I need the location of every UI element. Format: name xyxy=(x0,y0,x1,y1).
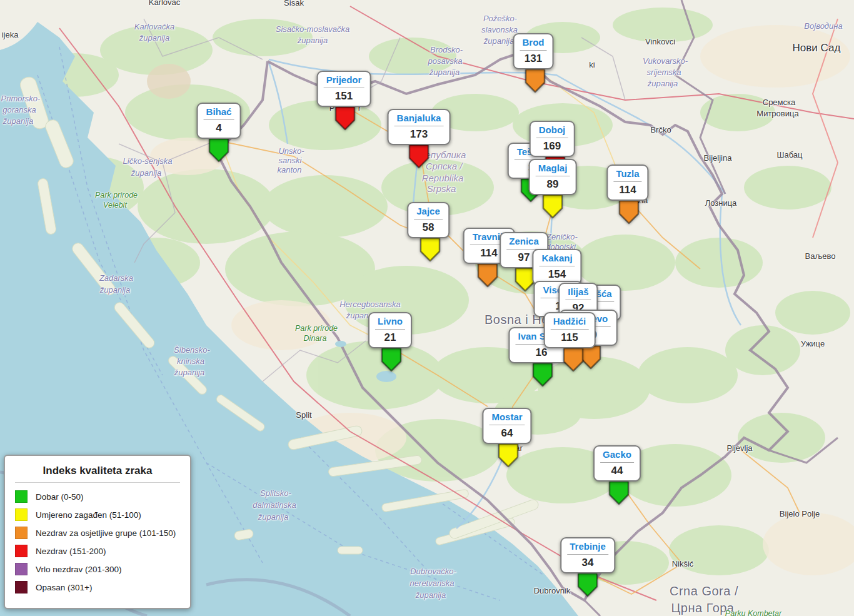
map-pin-icon xyxy=(524,68,546,94)
station-popup-livno[interactable]: Livno21 xyxy=(368,312,412,348)
station-name: Banjaluka xyxy=(394,113,444,126)
station-value: 89 xyxy=(536,178,570,191)
legend-color-swatch xyxy=(15,527,28,539)
station-value: 173 xyxy=(394,128,444,141)
legend-item-vrlo-nezdrav-201-300: Vrlo nezdrav (201-300) xyxy=(15,563,180,575)
station-popup-doboj[interactable]: Doboj169 xyxy=(530,121,575,157)
aqi-legend: Indeks kvaliteta zraka Dobar (0-50)Umjer… xyxy=(4,455,191,609)
station-name: Zenica xyxy=(506,236,541,250)
station-name: Brod xyxy=(520,37,547,51)
legend-label: Nezdrav (151-200) xyxy=(36,547,106,556)
legend-item-umjereno-zaga-en-51-100: Umjereno zagađen (51-100) xyxy=(15,508,180,521)
station-name: Maglaj xyxy=(536,163,570,176)
station-name: Ilijaš xyxy=(565,286,591,300)
station-value: 16 xyxy=(515,346,567,359)
station-popup-gacko[interactable]: Gacko44 xyxy=(593,445,641,482)
legend-color-swatch xyxy=(15,508,28,521)
station-marker-tuzla[interactable] xyxy=(618,199,640,225)
legend-color-swatch xyxy=(15,490,28,503)
legend-item-dobar-0-50: Dobar (0-50) xyxy=(15,490,180,503)
station-marker-travnik[interactable] xyxy=(476,262,499,288)
station-value: 154 xyxy=(539,268,575,281)
station-popup-banjaluka[interactable]: Banjaluka173 xyxy=(388,109,451,145)
legend-color-swatch xyxy=(15,545,28,557)
station-name: Jajce xyxy=(414,206,443,220)
station-popup-maglaj[interactable]: Maglaj89 xyxy=(529,159,577,195)
legend-label: Vrlo nezdrav (201-300) xyxy=(36,565,122,574)
station-marker-prijedor[interactable] xyxy=(334,105,356,131)
map-pin-icon xyxy=(618,199,640,225)
legend-color-swatch xyxy=(15,581,28,593)
map-pin-icon xyxy=(419,236,441,263)
legend-label: Dobar (0-50) xyxy=(36,492,84,502)
station-popup-tuzla[interactable]: Tuzla114 xyxy=(606,164,648,201)
station-value: 34 xyxy=(567,557,608,569)
station-popup-had-i-i[interactable]: Hadžići115 xyxy=(544,312,596,348)
legend-title: Indeks kvaliteta zraka xyxy=(14,465,181,477)
station-popup-brod[interactable]: Brod131 xyxy=(513,33,554,69)
legend-item-opasan-301: Opasan (301+) xyxy=(15,581,180,593)
map-pin-icon xyxy=(408,143,430,169)
map-pin-icon xyxy=(541,193,564,220)
legend-item-nezdrav-za-osjetljive-grupe-101-150: Nezdrav za osjetljive grupe (101-150) xyxy=(15,527,180,539)
map-pin-icon xyxy=(608,480,630,506)
station-popup-biha[interactable]: Bihać4 xyxy=(197,103,241,139)
station-value: 58 xyxy=(414,221,443,234)
map-pin-icon xyxy=(576,572,599,598)
map-pin-icon xyxy=(208,137,230,163)
map-pin-icon xyxy=(531,361,554,388)
station-value: 44 xyxy=(600,465,634,477)
station-value: 169 xyxy=(536,140,568,153)
station-marker-banjaluka[interactable] xyxy=(408,143,430,169)
station-marker-ivan-sedlo[interactable] xyxy=(531,361,554,388)
station-name: Kakanj xyxy=(539,253,575,266)
legend-items: Dobar (0-50)Umjereno zagađen (51-100)Nez… xyxy=(14,490,181,593)
legend-item-nezdrav-151-200: Nezdrav (151-200) xyxy=(15,545,180,557)
map-pin-icon xyxy=(497,442,520,468)
station-name: Hadžići xyxy=(551,316,589,330)
station-marker-trebinje[interactable] xyxy=(576,572,599,598)
legend-divider xyxy=(15,482,180,483)
map-pin-icon xyxy=(562,346,585,373)
map-pin-icon xyxy=(334,105,356,131)
legend-label: Nezdrav za osjetljive grupe (101-150) xyxy=(36,528,176,538)
station-marker-biha[interactable] xyxy=(208,137,230,163)
station-value: 4 xyxy=(204,122,234,134)
legend-label: Umjereno zagađen (51-100) xyxy=(36,510,141,520)
legend-label: Opasan (301+) xyxy=(36,583,92,592)
station-name: Trebinje xyxy=(567,541,608,555)
station-name: Gacko xyxy=(600,449,634,463)
station-marker-maglaj[interactable] xyxy=(541,193,564,220)
station-popup-kakanj[interactable]: Kakanj154 xyxy=(532,249,581,285)
station-marker-had-i-i[interactable] xyxy=(562,346,585,373)
station-value: 64 xyxy=(489,427,525,440)
station-name: Prijedor xyxy=(324,74,364,88)
station-popup-mostar[interactable]: Mostar64 xyxy=(482,408,531,444)
station-name: Tuzla xyxy=(613,168,641,182)
station-value: 21 xyxy=(375,331,405,344)
station-marker-gacko[interactable] xyxy=(608,480,630,506)
station-name: Doboj xyxy=(536,124,568,138)
station-value: 131 xyxy=(520,53,547,65)
station-name: Bihać xyxy=(204,106,234,120)
station-popup-prijedor[interactable]: Prijedor151 xyxy=(317,71,371,107)
station-marker-brod[interactable] xyxy=(524,68,546,94)
station-name: Livno xyxy=(375,316,405,330)
station-marker-jajce[interactable] xyxy=(419,236,441,263)
map-pin-icon xyxy=(380,346,403,373)
station-value: 115 xyxy=(551,331,589,344)
station-marker-mostar[interactable] xyxy=(497,442,520,468)
station-value: 151 xyxy=(324,90,364,103)
station-popup-jajce[interactable]: Jajce58 xyxy=(407,202,450,238)
map-pin-icon xyxy=(476,262,499,288)
legend-color-swatch xyxy=(15,563,28,575)
station-value: 114 xyxy=(613,184,641,196)
station-name: Mostar xyxy=(489,412,525,425)
station-popup-trebinje[interactable]: Trebinje34 xyxy=(560,537,615,573)
station-marker-livno[interactable] xyxy=(380,346,403,373)
